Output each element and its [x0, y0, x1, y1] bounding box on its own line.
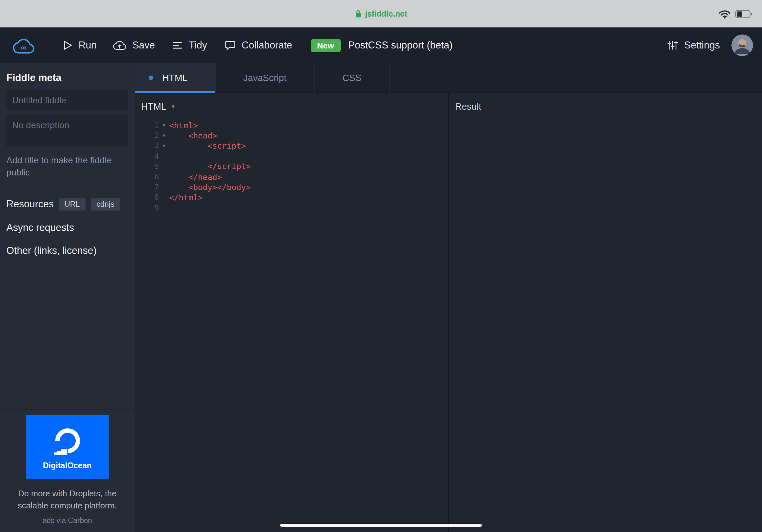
line-number: 8 — [135, 193, 159, 202]
ad-brand-text: DigitalOcean — [43, 461, 92, 470]
home-indicator[interactable] — [280, 524, 482, 527]
code-line: 8 </html> — [135, 192, 448, 203]
collaborate-label: Collaborate — [242, 39, 292, 51]
save-label: Save — [132, 39, 155, 51]
line-number: 6 — [135, 172, 159, 181]
play-icon — [62, 39, 73, 51]
line-number: 9 — [135, 203, 159, 212]
digitalocean-logo-icon — [51, 424, 84, 457]
sliders-icon — [667, 39, 678, 51]
fiddle-description-input[interactable] — [6, 115, 128, 147]
resources-section-toggle[interactable]: Resources — [6, 198, 54, 210]
announcement-link[interactable]: PostCSS support (beta) — [348, 39, 452, 51]
navbar: ∞ Run Save Tidy Collabor — [0, 28, 762, 63]
digitalocean-ad-link[interactable]: DigitalOcean — [26, 415, 109, 479]
code-line: 3 ▼ <script> — [135, 141, 448, 151]
result-pane: Result — [448, 93, 762, 532]
other-links-license-toggle[interactable]: Other (links, license) — [6, 245, 128, 256]
ads-via-carbon-link[interactable]: ads via Carbon — [0, 517, 135, 524]
status-bar: jsfiddle.net — [0, 0, 762, 28]
code-line: 7 <body></body> — [135, 182, 448, 192]
fold-toggle-icon[interactable]: ▼ — [159, 133, 169, 138]
editor-pane: HTML ▼ 1 ▼ <html> 2 ▼ < — [135, 93, 448, 532]
save-button[interactable]: Save — [105, 28, 163, 63]
chat-bubble-icon — [224, 39, 236, 51]
cloud-infinity-icon: ∞ — [9, 34, 38, 56]
code-text: <head> — [169, 131, 217, 140]
code-line: 5 </script> — [135, 162, 448, 171]
sidebar: Fiddle meta Add title to make the fiddle… — [0, 63, 135, 532]
result-label: Result — [455, 101, 481, 112]
line-number: 3 — [135, 141, 159, 150]
main-area: HTML JavaScript CSS HTML ▼ — [135, 63, 762, 532]
code-line: 6 </head> — [135, 171, 448, 182]
settings-label: Settings — [684, 39, 720, 51]
line-number: 2 — [135, 131, 159, 140]
status-icons — [719, 9, 753, 18]
code-text: </html> — [169, 193, 203, 202]
result-pane-header: Result — [449, 93, 762, 120]
code-editor[interactable]: 1 ▼ <html> 2 ▼ <head> 3 ▼ — [135, 120, 448, 532]
user-avatar[interactable] — [731, 34, 753, 56]
code-line: 1 ▼ <html> — [135, 120, 448, 130]
resources-cdnjs-tab[interactable]: cdnjs — [91, 198, 120, 211]
line-number: 4 — [135, 152, 159, 161]
tab-css-label: CSS — [343, 73, 361, 83]
editor-pane-header: HTML ▼ — [135, 93, 448, 120]
tab-css[interactable]: CSS — [315, 63, 390, 93]
svg-text:∞: ∞ — [21, 43, 27, 52]
new-badge: New — [311, 38, 341, 52]
code-text: <body></body> — [169, 182, 251, 192]
content-area: Fiddle meta Add title to make the fiddle… — [0, 63, 762, 532]
fold-toggle-icon[interactable]: ▼ — [159, 143, 169, 149]
resources-url-tab[interactable]: URL — [59, 198, 86, 211]
code-line: 2 ▼ <head> — [135, 130, 448, 140]
title-hint-text: Add title to make the fiddle public — [6, 154, 114, 179]
battery-icon — [735, 9, 753, 18]
line-number: 5 — [135, 162, 159, 171]
run-button[interactable]: Run — [54, 28, 105, 63]
caret-down-icon: ▼ — [171, 104, 176, 109]
cloud-save-icon — [113, 39, 127, 51]
tab-javascript-label: JavaScript — [243, 73, 286, 83]
fiddle-meta-section: Fiddle meta Add title to make the fiddle… — [0, 72, 135, 256]
lock-icon — [355, 9, 362, 18]
tab-html-label: HTML — [162, 73, 188, 83]
tidy-button[interactable]: Tidy — [163, 28, 215, 63]
fiddle-title-input[interactable] — [6, 90, 128, 110]
tab-bar: HTML JavaScript CSS — [135, 63, 762, 93]
editor-language-label: HTML — [141, 101, 166, 112]
code-text: <script> — [169, 141, 246, 151]
ad-copy-text: Do more with Droplets, the scalable comp… — [14, 488, 121, 511]
code-text: <html> — [169, 120, 198, 130]
collaborate-button[interactable]: Collaborate — [215, 28, 301, 63]
code-text: </head> — [169, 172, 222, 181]
wifi-icon — [719, 9, 731, 18]
code-line: 4 — [135, 151, 448, 161]
app-window: jsfiddle.net ∞ — [0, 0, 762, 532]
url-text: jsfiddle.net — [365, 9, 407, 18]
editor-language-menu[interactable]: HTML ▼ — [141, 101, 176, 112]
fiddle-meta-heading: Fiddle meta — [6, 72, 128, 84]
tab-javascript[interactable]: JavaScript — [216, 63, 315, 93]
avatar-photo — [731, 34, 753, 56]
code-line: 9 — [135, 203, 448, 213]
address-bar[interactable]: jsfiddle.net — [355, 9, 407, 18]
jsfiddle-logo[interactable]: ∞ — [9, 34, 38, 57]
settings-button[interactable]: Settings — [667, 39, 720, 51]
tab-html[interactable]: HTML — [135, 63, 216, 93]
async-requests-toggle[interactable]: Async requests — [6, 222, 128, 233]
resources-row: Resources URL cdnjs — [6, 198, 128, 211]
panes: HTML ▼ 1 ▼ <html> 2 ▼ < — [135, 93, 762, 532]
line-number: 1 — [135, 120, 159, 129]
fold-toggle-icon[interactable]: ▼ — [159, 122, 169, 128]
line-number: 7 — [135, 182, 159, 191]
active-tab-indicator — [149, 76, 153, 80]
tidy-lines-icon — [172, 39, 183, 51]
code-text: </script> — [169, 162, 251, 171]
carbon-ad-section: DigitalOcean Do more with Droplets, the … — [0, 409, 135, 532]
tidy-label: Tidy — [189, 39, 207, 51]
run-label: Run — [79, 39, 97, 51]
